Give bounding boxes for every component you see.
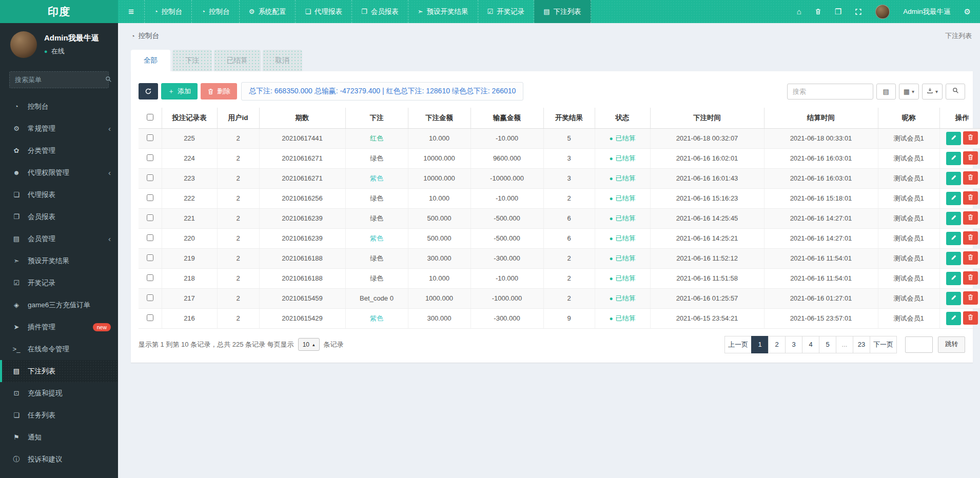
- column-header[interactable]: 昵称: [878, 108, 939, 128]
- sidebar-item-draw-record[interactable]: ☑开奖记录: [0, 272, 118, 294]
- delete-row-button[interactable]: [963, 131, 978, 145]
- pagination-page-4[interactable]: 4: [802, 336, 819, 353]
- sidebar-item-game6-orders[interactable]: ◈game6三方充值订单: [0, 294, 118, 316]
- jump-page-input[interactable]: [905, 336, 933, 353]
- delete-row-button[interactable]: [963, 171, 978, 185]
- column-header[interactable]: 投注记录表: [162, 108, 217, 128]
- sidebar-item-category-mgmt[interactable]: ✿分类管理: [0, 140, 118, 162]
- sidebar-item-plugin-mgmt[interactable]: ➤插件管理new: [0, 316, 118, 338]
- delete-row-button[interactable]: [963, 251, 978, 265]
- edit-row-button[interactable]: [946, 212, 961, 225]
- tab-取消[interactable]: 取消: [263, 50, 302, 71]
- sidebar-item-notice[interactable]: ⚑通知: [0, 426, 118, 448]
- bet-value[interactable]: 紫色: [345, 228, 408, 248]
- sidebar-item-general-mgmt[interactable]: ⚙常规管理‹: [0, 117, 118, 140]
- sidebar-item-recharge-withdraw[interactable]: ⊡充值和提现: [0, 382, 118, 404]
- per-page-select[interactable]: 10 ▴: [298, 338, 320, 351]
- sidebar-item-online-command[interactable]: >_在线命令管理: [0, 338, 118, 360]
- clear-cache-icon[interactable]: ❐: [835, 7, 841, 16]
- nav-item-bet-list[interactable]: ▤下注列表: [534, 0, 591, 23]
- detail-view-button[interactable]: ▤: [876, 84, 896, 99]
- jump-button[interactable]: 跳转: [938, 336, 965, 353]
- tab-全部[interactable]: 全部: [131, 50, 170, 71]
- sidebar-item-member-report[interactable]: ❐会员报表: [0, 206, 118, 228]
- nav-item-draw-record[interactable]: ☑开奖记录: [478, 0, 535, 23]
- column-header[interactable]: 操作: [939, 108, 980, 128]
- delete-row-button[interactable]: [963, 311, 978, 325]
- fullscreen-icon[interactable]: [855, 8, 862, 15]
- row-checkbox[interactable]: [147, 314, 153, 321]
- sidebar-search-input[interactable]: [15, 76, 105, 84]
- pagination-page-5[interactable]: 5: [819, 336, 836, 353]
- sidebar-item-bet-list[interactable]: ▤下注列表: [0, 360, 118, 382]
- edit-row-button[interactable]: [946, 152, 961, 165]
- row-checkbox[interactable]: [147, 214, 153, 221]
- column-header[interactable]: 用户id: [217, 108, 259, 128]
- home-icon[interactable]: ⌂: [797, 7, 801, 16]
- nav-item-dashboard-1[interactable]: ◔控制台: [145, 0, 192, 23]
- nav-item-preset-result[interactable]: ➣预设开奖结果: [408, 0, 478, 23]
- pagination-prev[interactable]: 上一页: [724, 336, 752, 353]
- delete-row-button[interactable]: [963, 191, 978, 205]
- bet-value[interactable]: 紫色: [345, 308, 408, 328]
- sidebar-avatar[interactable]: [10, 31, 37, 58]
- sidebar-item-dashboard[interactable]: ◔控制台: [0, 95, 118, 117]
- delete-row-button[interactable]: [963, 291, 978, 305]
- navbar-username[interactable]: Admin我最牛逼: [903, 7, 950, 16]
- edit-row-button[interactable]: [946, 252, 961, 265]
- column-header[interactable]: 输赢金额: [471, 108, 543, 128]
- column-header[interactable]: 下注时间: [650, 108, 764, 128]
- pagination-next[interactable]: 下一页: [870, 336, 897, 353]
- tab-已结算[interactable]: 已结算: [214, 50, 261, 71]
- delete-row-button[interactable]: [963, 211, 978, 225]
- delete-button[interactable]: 删除: [201, 83, 237, 99]
- refresh-button[interactable]: [139, 83, 158, 99]
- edit-row-button[interactable]: [946, 192, 961, 205]
- column-header[interactable]: 下注: [345, 108, 408, 128]
- nav-item-dashboard-2[interactable]: ◔控制台: [192, 0, 239, 23]
- delete-row-button[interactable]: [963, 231, 978, 245]
- sidebar-item-member-mgmt[interactable]: ▤会员管理‹: [0, 228, 118, 250]
- sidebar-item-task-list[interactable]: ❏任务列表: [0, 404, 118, 426]
- trash-icon[interactable]: [815, 8, 821, 15]
- row-checkbox[interactable]: [147, 174, 153, 181]
- pagination-page-1[interactable]: 1: [751, 336, 769, 353]
- nav-item-system-config[interactable]: ⚙系统配置: [240, 0, 296, 23]
- search-button[interactable]: [946, 84, 965, 99]
- sidebar-toggle-button[interactable]: ≡: [118, 0, 145, 23]
- delete-row-button[interactable]: [963, 151, 978, 165]
- pagination-page-2[interactable]: 2: [768, 336, 786, 353]
- add-button[interactable]: ＋ 添加: [161, 83, 198, 99]
- tab-下注[interactable]: 下注: [172, 50, 212, 71]
- edit-row-button[interactable]: [946, 272, 961, 285]
- row-checkbox[interactable]: [147, 134, 153, 141]
- column-header[interactable]: 期数: [259, 108, 345, 128]
- row-checkbox[interactable]: [147, 254, 153, 261]
- nav-item-member-report[interactable]: ❐会员报表: [352, 0, 408, 23]
- sidebar-item-preset-result[interactable]: ➣预设开奖结果: [0, 250, 118, 272]
- nav-item-agent-report[interactable]: ❏代理报表: [296, 0, 352, 23]
- row-checkbox[interactable]: [147, 274, 153, 281]
- sidebar-item-complaints[interactable]: ⓘ投诉和建议: [0, 448, 118, 470]
- sidebar-item-agent-report[interactable]: ❏代理报表: [0, 184, 118, 206]
- column-header[interactable]: 状态: [595, 108, 650, 128]
- edit-row-button[interactable]: [946, 132, 961, 145]
- pagination-page-23[interactable]: 23: [853, 336, 870, 353]
- column-header[interactable]: 结算时间: [764, 108, 878, 128]
- column-header[interactable]: 开奖结果: [543, 108, 595, 128]
- export-button[interactable]: ▾: [922, 84, 943, 99]
- select-all-checkbox[interactable]: [147, 114, 153, 121]
- user-avatar[interactable]: [875, 5, 890, 19]
- row-checkbox[interactable]: [147, 154, 153, 161]
- edit-row-button[interactable]: [946, 292, 961, 305]
- edit-row-button[interactable]: [946, 312, 961, 325]
- pagination-ellipsis[interactable]: ...: [836, 336, 853, 353]
- sidebar-item-agent-perm-mgmt[interactable]: ☻代理权限管理‹: [0, 162, 118, 184]
- row-checkbox[interactable]: [147, 234, 153, 241]
- row-checkbox[interactable]: [147, 194, 153, 201]
- column-header[interactable]: 下注金额: [408, 108, 471, 128]
- settings-gears-icon[interactable]: ⚙: [964, 7, 971, 16]
- edit-row-button[interactable]: [946, 172, 961, 185]
- search-icon[interactable]: [105, 75, 112, 85]
- bet-value[interactable]: 紫色: [345, 168, 408, 188]
